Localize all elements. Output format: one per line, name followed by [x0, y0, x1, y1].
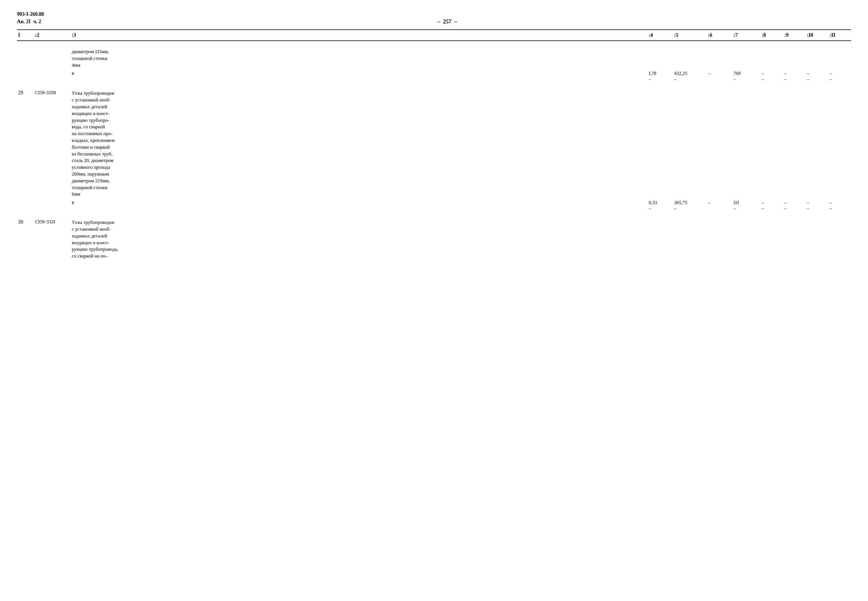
main-table: I :2 :3 :4 :5 :6 :7 :8 :9 :I0 :II диамет… [17, 29, 851, 261]
intro-row: диаметром I33мм,толщиной стенки4мм [17, 47, 851, 70]
intro-val6: – [707, 71, 732, 76]
intro-val10: – – [806, 71, 828, 82]
row-29-val9: – – [783, 200, 806, 211]
row-30-description: Узлы трубопроводов с установкой необ- хо… [71, 219, 647, 259]
col-header-8: :8 [761, 32, 783, 38]
ax-label: Ан. 2I ч. 2 [17, 19, 41, 24]
col-header-3: :3 [71, 32, 647, 38]
header: 903-I-260.88 Ан. 2I ч. 2 – 257 – [17, 11, 851, 25]
column-headers: I :2 :3 :4 :5 :6 :7 :8 :9 :I0 :II [17, 29, 851, 41]
row-29-unit-row: т 0,33 – 365,75 – – I2I – – – – – [17, 199, 851, 212]
table-body: диаметром I33мм,толщиной стенки4мм т I,7… [17, 41, 851, 261]
row-29-val4: 0,33 – [647, 200, 673, 211]
col-header-11: :II [828, 32, 851, 38]
row-30-code: CI59-332I [34, 219, 71, 225]
intro-val11: – – [828, 71, 851, 82]
col-header-4: :4 [647, 32, 673, 38]
col-header-2: :2 [34, 32, 71, 38]
intro-val7: 769 – [732, 71, 761, 82]
intro-val8: – – [761, 71, 783, 82]
intro-val9: – – [783, 71, 806, 82]
col-header-6: :6 [707, 32, 732, 38]
row-29-number: 29 [17, 90, 34, 96]
col-header-1: I [17, 32, 34, 38]
row-29-val8: – – [761, 200, 783, 211]
row-29-val6: – [707, 200, 732, 206]
row-30-number: 30 [17, 219, 34, 225]
table-row-29: 29 CI59-3358 Узлы трубопроводов с устано… [17, 88, 851, 199]
row-29-code: CI59-3358 [34, 90, 71, 96]
row-29-val11: – – [828, 200, 851, 211]
row-29-val10: – – [806, 200, 828, 211]
row-29-val5: 365,75 – [673, 200, 707, 211]
table-row-30: 30 CI59-332I Узлы трубопроводов с устано… [17, 217, 851, 261]
row-29-unit: т [71, 200, 647, 206]
col-header-7: :7 [732, 32, 761, 38]
doc-number: 903-I-260.88 [17, 11, 44, 17]
header-row2: Ан. 2I ч. 2 – 257 – [17, 18, 851, 25]
intro-val5: 432,25 – [673, 71, 707, 82]
col-header-9: :9 [783, 32, 806, 38]
intro-unit: т [71, 71, 647, 76]
intro-val4: I,78 – [647, 71, 673, 82]
row-29-description: Узлы трубопроводов с установкой необ- хо… [71, 90, 647, 198]
page-number: – 257 – [44, 18, 851, 25]
intro-unit-row: т I,78 – 432,25 – – 769 – – – – – [17, 70, 851, 82]
col-header-5: :5 [673, 32, 707, 38]
row-29-val7: I2I – [732, 200, 761, 211]
col-header-10: :I0 [806, 32, 828, 38]
intro-description: диаметром I33мм,толщиной стенки4мм [71, 48, 647, 69]
